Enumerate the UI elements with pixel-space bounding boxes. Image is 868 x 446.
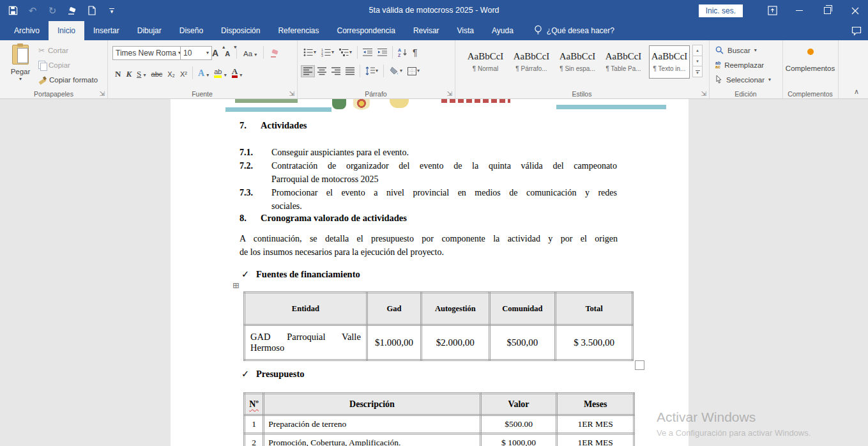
eraser-icon[interactable] <box>67 6 77 16</box>
decrease-indent-button[interactable] <box>360 46 375 59</box>
shading-button[interactable]: ▾ <box>386 65 405 77</box>
list-item-7-3: 7.3. Promocionar el evento a nivel provi… <box>240 186 618 213</box>
ribbon-display-options-button[interactable] <box>759 0 785 21</box>
sort-button[interactable]: AZ <box>395 46 410 59</box>
bold-button[interactable]: N <box>112 68 123 78</box>
styles-scroll-down[interactable]: ▾ <box>692 56 703 67</box>
title-bar: ↶ ↻ ▾ 5ta válida de motocross 2025 - Wor… <box>0 0 868 21</box>
collapse-ribbon-button[interactable]: ∧ <box>854 88 859 96</box>
sign-in-button[interactable]: Inic. ses. <box>699 4 743 17</box>
document-canvas[interactable]: 7.Actividades 7.1. Conseguir auspiciante… <box>0 99 868 446</box>
highlight-color-button[interactable]: ab ▾ <box>211 68 229 78</box>
svg-text:A: A <box>398 48 401 52</box>
justify-button[interactable] <box>343 65 357 77</box>
group-fuente: Times New Roma▾ 10▾ A▴ A▾ Aa ▾ N K S ▾ a… <box>107 40 298 98</box>
tab-insertar[interactable]: Insertar <box>84 21 128 40</box>
svg-text:3: 3 <box>321 54 323 58</box>
multilevel-list-button[interactable]: ▾ <box>337 46 354 59</box>
bullet-fuentes-financiamiento: ✓Fuentes de financiamiento <box>241 268 360 281</box>
budget-table[interactable]: Nº Descripción Valor Meses 1 Preparación… <box>243 392 635 446</box>
align-right-button[interactable] <box>329 65 343 77</box>
styles-gallery-more[interactable]: ▾ <box>692 66 703 77</box>
financing-table[interactable]: Entidad Gad Autogestión Comunidad Total … <box>243 291 634 361</box>
letterhead-logo-part <box>332 99 346 109</box>
ribbon: Pegar ▾ ✂ Cortar Copiar Copiar formato P… <box>0 40 868 99</box>
align-left-button[interactable] <box>301 65 315 77</box>
grow-font-button[interactable]: A▴ <box>209 47 221 58</box>
style-parrafo[interactable]: AaBbCcI ¶ Párrafo... <box>511 45 552 79</box>
strikethrough-button[interactable]: abc <box>149 68 165 78</box>
cell-valor: $500.00 <box>480 415 557 434</box>
format-painter-button[interactable]: Copiar formato <box>38 74 98 85</box>
minimize-button[interactable] <box>786 0 812 21</box>
tab-disposicion[interactable]: Disposición <box>212 21 269 40</box>
cell-meses: 1ER MES <box>557 434 634 446</box>
tab-inicio[interactable]: Inicio <box>49 21 84 40</box>
clear-formatting-button[interactable] <box>268 47 282 58</box>
align-center-button[interactable] <box>315 65 329 77</box>
show-marks-button[interactable]: ¶ <box>410 45 420 59</box>
underline-button[interactable]: S ▾ <box>134 68 148 78</box>
col-header-numero: Nº <box>245 394 264 415</box>
dialog-launcher-icon[interactable]: ⇲ <box>701 91 706 97</box>
increase-indent-button[interactable] <box>375 46 390 59</box>
undo-icon: ↶ <box>27 6 38 16</box>
dialog-launcher-icon[interactable]: ⇲ <box>289 91 294 97</box>
save-icon[interactable] <box>8 6 18 16</box>
find-button[interactable]: Buscar▾ <box>715 45 757 56</box>
new-document-icon[interactable] <box>87 6 97 16</box>
col-header-meses: Meses <box>557 394 634 415</box>
customize-qat-icon[interactable]: ▾ <box>107 6 117 16</box>
feedback-button[interactable] <box>851 21 862 40</box>
style-normal[interactable]: AaBbCcI ¶ Normal <box>465 45 506 79</box>
italic-button[interactable]: K <box>123 68 134 78</box>
borders-button[interactable]: ▾ <box>405 65 422 77</box>
copy-button[interactable]: Copiar <box>38 59 98 70</box>
shrink-font-button[interactable]: A▾ <box>222 47 232 58</box>
cell-numero: 1 <box>245 415 264 434</box>
dialog-launcher-icon[interactable]: ⇲ <box>100 91 105 97</box>
tell-me-box[interactable]: ¿Qué desea hacer? <box>534 21 614 40</box>
table-resize-handle[interactable] <box>635 360 644 370</box>
tab-referencias[interactable]: Referencias <box>269 21 328 40</box>
group-label-fuente: Fuente <box>107 90 297 98</box>
line-spacing-button[interactable]: ▾ <box>363 65 381 77</box>
bullets-button[interactable]: ▾ <box>301 46 319 59</box>
cell-autogestion: $2.000,00 <box>422 325 490 360</box>
text-effects-button[interactable]: A ▾ <box>195 68 211 78</box>
style-sin-espaciado[interactable]: AaBbCcI ¶ Sin espa... <box>557 45 598 79</box>
document-page[interactable]: 7.Actividades 7.1. Conseguir auspiciante… <box>171 99 689 446</box>
tab-dibujar[interactable]: Dibujar <box>128 21 171 40</box>
close-button[interactable] <box>842 0 868 21</box>
style-texto-independiente[interactable]: AaBbCcI ¶ Texto in... <box>649 45 690 79</box>
font-name-combobox[interactable]: Times New Roma▾ <box>112 46 184 60</box>
table-move-handle[interactable]: ⊞ <box>232 281 240 289</box>
tab-revisar[interactable]: Revisar <box>404 21 448 40</box>
cut-button[interactable]: ✂ Cortar <box>38 45 98 56</box>
subscript-button[interactable]: X₂ <box>165 68 178 78</box>
paste-button[interactable]: Pegar ▾ <box>6 45 35 91</box>
group-parrafo: ▾ 123▾ ▾ AZ ¶ <box>297 40 455 98</box>
font-size-combobox[interactable]: 10▾ <box>180 46 212 60</box>
style-table-paragraph[interactable]: AaBbCcI ¶ Table Pa... <box>603 45 644 79</box>
font-color-button[interactable]: A ▾ <box>229 68 245 78</box>
numbering-button[interactable]: 123▾ <box>319 46 337 59</box>
lightbulb-icon <box>534 25 542 37</box>
tab-ayuda[interactable]: Ayuda <box>483 21 522 40</box>
change-case-button[interactable]: Aa ▾ <box>241 47 259 58</box>
tab-vista[interactable]: Vista <box>448 21 483 40</box>
tab-diseno[interactable]: Diseño <box>171 21 212 40</box>
tab-correspondencia[interactable]: Correspondencia <box>328 21 404 40</box>
col-header-gad: Gad <box>367 293 421 325</box>
addins-button[interactable]: Complementos <box>782 40 838 89</box>
styles-scroll-up[interactable]: ▴ <box>692 45 703 56</box>
restore-button[interactable] <box>814 0 840 21</box>
select-button[interactable]: Seleccionar▾ <box>715 74 771 86</box>
superscript-button[interactable]: X² <box>178 68 190 78</box>
col-header-autogestion: Autogestión <box>422 293 490 325</box>
tab-archivo[interactable]: Archivo <box>5 21 49 40</box>
cursor-icon <box>715 75 722 85</box>
col-header-comunidad: Comunidad <box>489 293 556 325</box>
dialog-launcher-icon[interactable]: ⇲ <box>447 91 452 97</box>
replace-button[interactable]: abac Reemplazar <box>715 59 764 71</box>
